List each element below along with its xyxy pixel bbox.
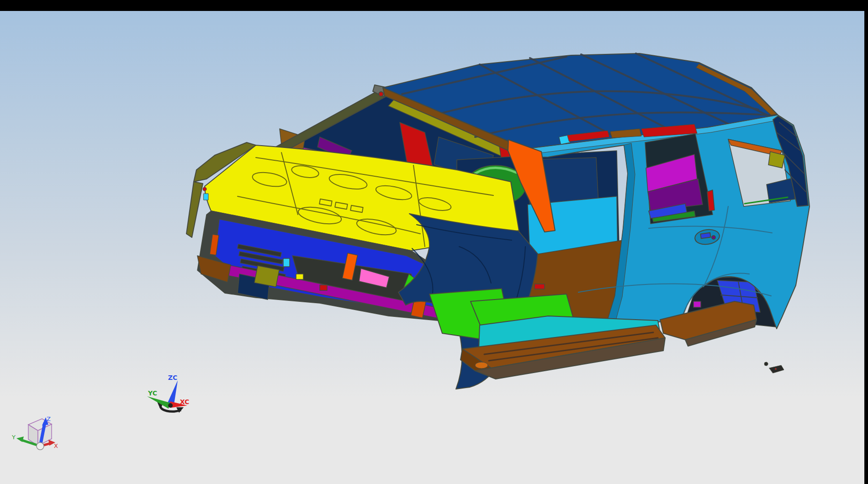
wcs-zc-label: ZC [168, 374, 177, 381]
collapsed-toolbar-right [864, 0, 868, 484]
graphics-viewport[interactable]: ZC YC XC Z Y X [0, 11, 864, 484]
triad-x-label: X [54, 442, 58, 449]
wcs-xc-label: XC [180, 398, 190, 405]
application-window: ZC YC XC Z Y X [0, 0, 868, 484]
wcs-origin[interactable] [168, 403, 173, 408]
triad-z-label: Z [47, 416, 51, 422]
wcs-yc-label: YC [148, 389, 157, 397]
scene-canvas[interactable]: ZC YC XC Z Y X [0, 11, 864, 484]
triad-y-label: Y [11, 434, 16, 441]
pillar-red-fitting [379, 92, 383, 96]
triad-origin-sphere[interactable] [37, 442, 44, 450]
collapsed-toolbar-top [0, 0, 868, 11]
